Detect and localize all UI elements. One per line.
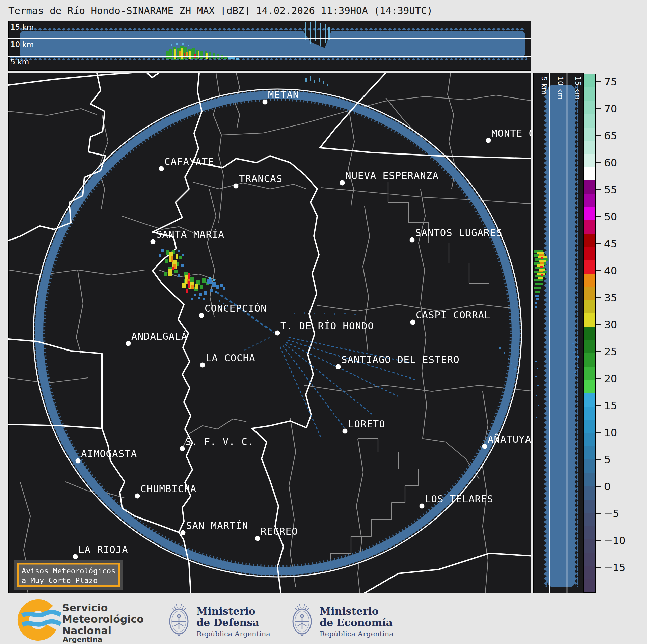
low-level-echo-row: [10, 57, 527, 60]
smn-wave-icon: [22, 612, 61, 615]
svg-text:−10: −10: [604, 535, 625, 547]
city-label: CASPI CORRAL: [416, 309, 491, 321]
radar-map: METÁN MONTE Q CAFAYATE TRANCAS NUEVA ESP…: [8, 72, 535, 593]
city-dot: [180, 446, 185, 451]
city-label: TRANCAS: [239, 173, 282, 185]
right-height-panel: 5 km 10 km 15 km: [534, 73, 584, 593]
radar-screenshot: Termas de Río Hondo-SINARAME ZH MAX [dBZ…: [0, 0, 647, 644]
warning-line1: Avisos Meteorológicos: [22, 567, 115, 575]
economia-text-3: República Argentina: [320, 630, 394, 638]
city-label: LA RIOJA: [78, 544, 128, 555]
city-label: CHUMBICHA: [140, 483, 196, 495]
city-dot: [482, 444, 487, 449]
defensa-text-2: de Defensa: [196, 617, 259, 628]
smn-text-1: Servicio: [62, 602, 108, 614]
warning-box: Avisos Meteorológicos a Muy Corto Plazo: [16, 561, 122, 588]
city-dot: [135, 494, 140, 499]
top-panel-label-15km: 15 km: [10, 23, 34, 31]
svg-text:10: 10: [604, 427, 617, 439]
city-label: AÑATUYA: [488, 433, 531, 445]
top-panel-label-5km: 5 km: [10, 58, 29, 66]
svg-text:30: 30: [604, 319, 617, 331]
city-dot: [410, 237, 415, 243]
range-band-top-panel: [20, 31, 525, 58]
city-dot: [343, 429, 348, 434]
city-label: SANTOS LUGARES: [415, 227, 502, 239]
smn-wave-icon: [22, 621, 61, 625]
ministerio-economia-logo: Ministerio de Economía República Argenti…: [293, 603, 394, 638]
defensa-text-3: República Argentina: [196, 630, 270, 638]
svg-text:−15: −15: [604, 562, 625, 573]
smn-text-3: Nacional: [62, 625, 111, 637]
colorbar: [584, 74, 596, 593]
economia-text-1: Ministerio: [320, 605, 379, 617]
page-title: Termas de Río Hondo-SINARAME ZH MAX [dBZ…: [8, 5, 433, 17]
city-dot: [263, 100, 268, 105]
economia-text-2: de Economía: [320, 617, 393, 628]
city-label: NUEVA ESPERANZA: [345, 170, 439, 181]
radar-graphic: Termas de Río Hondo-SINARAME ZH MAX [dBZ…: [0, 0, 647, 644]
top-panel-label-10km: 10 km: [10, 40, 34, 49]
city-dot: [234, 184, 239, 189]
city-label: SAN MARTÍN: [186, 520, 248, 531]
warning-line2: a Muy Corto Plazo: [22, 576, 98, 585]
city-dot: [76, 458, 81, 464]
city-label: LA COCHA: [206, 352, 255, 364]
svg-text:20: 20: [604, 373, 617, 385]
smn-text-2: Meteorológico: [62, 613, 144, 625]
svg-text:55: 55: [604, 184, 617, 196]
svg-text:5: 5: [604, 454, 611, 466]
smn-text-4: Argentina: [63, 636, 102, 644]
city-label: RECREO: [261, 526, 298, 537]
city-dot: [159, 166, 164, 171]
defensa-text-1: Ministerio: [196, 605, 255, 617]
svg-text:50: 50: [604, 211, 617, 223]
city-dot: [336, 364, 341, 369]
city-label: SANTA MARÍA: [156, 229, 224, 240]
city-label: LOS TELARES: [425, 493, 493, 505]
city-dot: [199, 313, 204, 318]
svg-text:45: 45: [604, 238, 617, 250]
city-dot: [275, 331, 280, 336]
city-dot: [181, 530, 186, 535]
svg-text:60: 60: [604, 157, 617, 169]
colorbar-tick-labels: 75 70 65 60 55 50 45 40 35 30 25 20 15 1…: [604, 76, 625, 573]
city-label: T. DE RÍO HONDO: [280, 320, 374, 332]
svg-text:25: 25: [604, 346, 617, 358]
svg-text:70: 70: [604, 103, 617, 115]
right-panel-label-10km: 10 km: [556, 76, 565, 100]
city-dot: [151, 239, 156, 244]
footer: Servicio Meteorológico Nacional Argentin…: [18, 600, 393, 644]
city-dot: [73, 554, 78, 559]
svg-text:65: 65: [604, 130, 617, 142]
city-label: S. F. V. C.: [185, 436, 254, 447]
city-label: AIMOGASTA: [81, 448, 137, 459]
city-label: CAFAYATE: [164, 156, 214, 167]
colorbar-ticks: [596, 82, 601, 567]
city-label: CONCEPCIÓN: [205, 303, 267, 314]
city-label: SANTIAGO DEL ESTERO: [341, 354, 460, 365]
right-panel-label-15km: 15 km: [574, 76, 582, 100]
svg-text:40: 40: [604, 265, 617, 277]
svg-text:0: 0: [604, 481, 611, 493]
city-dot: [420, 504, 425, 509]
svg-text:35: 35: [604, 292, 617, 304]
svg-text:15: 15: [604, 400, 617, 412]
smn-logo: Servicio Meteorológico Nacional Argentin…: [18, 600, 143, 644]
city-label: ANDALGALÁ: [131, 331, 187, 342]
range-band-right-panel: [547, 85, 575, 587]
city-dot: [486, 138, 491, 143]
city-label: LORETO: [348, 418, 385, 430]
city-dot: [126, 341, 131, 346]
city-dot: [255, 536, 260, 541]
city-dot: [200, 363, 205, 368]
right-panel-label-5km: 5 km: [540, 76, 548, 95]
city-label: METÁN: [268, 89, 299, 101]
top-height-panel: 15 km 10 km 5 km: [8, 21, 531, 70]
svg-text:−5: −5: [604, 508, 619, 520]
ministerio-defensa-logo: Ministerio de Defensa República Argentin…: [170, 603, 270, 638]
city-dot: [410, 320, 415, 325]
city-label: MONTE Q: [491, 128, 535, 139]
city-dot: [340, 180, 345, 186]
svg-text:75: 75: [604, 76, 617, 88]
